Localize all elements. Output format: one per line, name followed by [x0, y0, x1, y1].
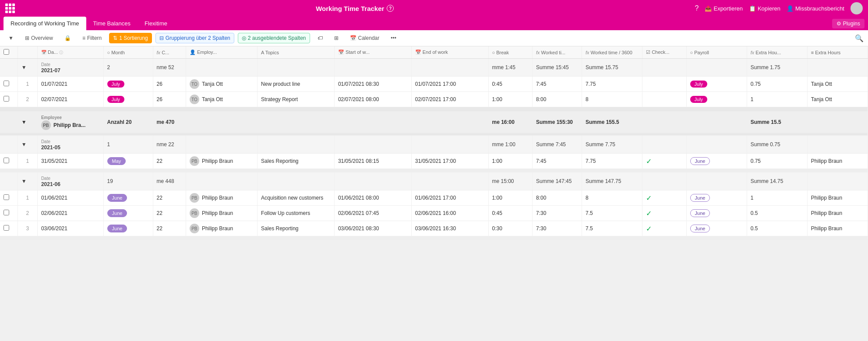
col-header-end[interactable]: 📅 End of work	[411, 46, 488, 59]
user-avatar[interactable]	[850, 2, 863, 14]
fx-icon: fx	[157, 50, 161, 55]
row-c-value: 22	[153, 190, 186, 206]
row-checkbox[interactable]	[4, 158, 9, 163]
group-collapse[interactable]: ▼	[18, 136, 37, 154]
tab-flexitime[interactable]: Flexitime	[138, 17, 174, 30]
group-icon: ⊟	[159, 35, 164, 41]
col-header-employee[interactable]: 👤 Employ...	[186, 46, 257, 59]
col-header-worked[interactable]: fx Worked ti...	[532, 46, 582, 59]
row-break: 1:00	[488, 92, 532, 107]
row-extra1: 1	[747, 190, 807, 206]
lock-button[interactable]: 🔒	[60, 33, 75, 43]
fx-icon: fx	[751, 50, 755, 55]
filter-button[interactable]: ≡ Filtern	[78, 33, 106, 43]
row-checkbox[interactable]	[4, 194, 9, 200]
collapse-arrow-icon[interactable]: ▼	[21, 119, 27, 125]
group-button[interactable]: ⊟ Gruppierung über 2 Spalten	[155, 33, 234, 43]
row-checkbox-cell[interactable]	[0, 92, 18, 107]
info-icon: ⓘ	[59, 50, 63, 55]
row-payroll-badge: June	[686, 190, 747, 206]
row-c-value: 22	[153, 206, 186, 221]
row-checkbox-cell[interactable]	[0, 221, 18, 236]
grid-menu-icon[interactable]	[5, 4, 15, 13]
report-button[interactable]: 👤 Missbrauchsbericht	[787, 5, 844, 12]
col-header-break[interactable]: ○ Break	[488, 46, 532, 59]
row-date: 02/07/2021	[37, 92, 103, 107]
row-checkbox-cell[interactable]	[0, 77, 18, 92]
group-value: 2021-07	[41, 67, 60, 74]
group-empty6	[686, 59, 747, 77]
collapse-arrow-icon[interactable]: ▼	[21, 64, 27, 70]
row-start: 01/06/2021 08:00	[334, 190, 411, 206]
employee-group-header: ▼ Employee PB Philipp Bra... Anzahl 20 m…	[0, 112, 868, 133]
date-group-header: ▼ Date 2021-07 2 nme 52 mme 1:45 Summe 1…	[0, 59, 868, 77]
grid-view-button[interactable]: ⊞	[330, 33, 342, 43]
check-mark: ✓	[646, 225, 652, 232]
row-break: 1:00	[488, 190, 532, 206]
collapse-all-button[interactable]: ▼	[4, 33, 18, 43]
row-worked3600: 7.75	[582, 154, 642, 169]
col-header-topics[interactable]: A Topics	[258, 46, 335, 59]
collapse-arrow-icon[interactable]: ▼	[21, 141, 27, 148]
row-checkbox[interactable]	[4, 210, 9, 215]
employee-name: Philipp Braun	[202, 210, 233, 216]
row-extra2: Philipp Braun	[807, 206, 868, 221]
row-checkbox-cell[interactable]	[0, 154, 18, 169]
row-checkbox-cell[interactable]	[0, 190, 18, 206]
search-button[interactable]: 🔍	[855, 34, 864, 42]
help-icon[interactable]: ?	[387, 5, 394, 12]
tag-button[interactable]: 🏷	[314, 33, 327, 43]
top-bar: Working Time Tracker ? ? 📤 Exportieren 📋…	[0, 0, 868, 17]
col-header-check2[interactable]: ☑ Check...	[642, 46, 686, 59]
col-header-start[interactable]: 📅 Start of w...	[334, 46, 411, 59]
row-worked: 8:00	[532, 190, 582, 206]
copy-button[interactable]: 📋 Kopieren	[749, 5, 780, 12]
col-header-c[interactable]: fx C...	[153, 46, 186, 59]
group-collapse[interactable]: ▼	[18, 172, 37, 190]
tab-recording[interactable]: Recording of Working Time	[4, 17, 86, 30]
row-employee: PB Philipp Braun	[186, 206, 257, 221]
question-icon[interactable]: ?	[695, 4, 699, 12]
hidden-columns-button[interactable]: ◎ 2 ausgeblendete Spalten	[238, 33, 310, 43]
emp-group-collapse[interactable]: ▼	[18, 112, 37, 133]
col-header-worked3600[interactable]: fx Worked time / 3600	[582, 46, 642, 59]
row-extra2: Tanja Ott	[807, 77, 868, 92]
app-title: Working Time Tracker	[316, 5, 384, 12]
row-end: 31/05/2021 17:00	[411, 154, 488, 169]
overview-button[interactable]: ⊞ Overview	[21, 33, 57, 43]
more-button[interactable]: •••	[387, 33, 400, 43]
table-row: 3 03/06/2021 June 22 PB Philipp Braun Sa…	[0, 221, 868, 236]
row-extra1: 0.5	[747, 206, 807, 221]
col-header-check[interactable]	[0, 46, 18, 59]
employee-avatar: PB	[190, 208, 199, 218]
row-checkbox[interactable]	[4, 81, 9, 86]
group-type-label: Date	[41, 176, 50, 181]
row-check	[642, 77, 686, 92]
row-worked3600: 7.75	[582, 77, 642, 92]
group-type-label: Date	[41, 62, 50, 67]
calendar-button[interactable]: 📅 Calendar	[346, 33, 384, 43]
col-header-month[interactable]: ○ Month	[103, 46, 153, 59]
plugins-button[interactable]: ⚙ Plugins	[832, 19, 864, 28]
sort-button[interactable]: ⇅ 1 Sortierung	[109, 33, 152, 43]
group-empty4	[411, 59, 488, 77]
row-month-badge: June	[103, 190, 153, 206]
tab-time-balances[interactable]: Time Balances	[86, 17, 138, 30]
fx-icon: fx	[586, 50, 589, 55]
collapse-arrow-icon[interactable]: ▼	[21, 178, 27, 184]
row-checkbox[interactable]	[4, 96, 9, 102]
export-button[interactable]: 📤 Exportieren	[705, 5, 742, 12]
employee-name: Tanja Ott	[202, 81, 223, 87]
row-checkbox-cell[interactable]	[0, 206, 18, 221]
col-header-extra1[interactable]: fx Extra Hou...	[747, 46, 807, 59]
col-header-payroll[interactable]: ○ Payroll	[686, 46, 747, 59]
select-all-checkbox[interactable]	[4, 49, 9, 55]
row-checkbox[interactable]	[4, 225, 9, 231]
col-header-extra2[interactable]: ≡ Extra Hours	[807, 46, 868, 59]
group-collapse[interactable]: ▼	[18, 59, 37, 77]
col-header-date[interactable]: 📅 Da... ⓘ	[37, 46, 103, 59]
table-row: 1 01/07/2021 July 26 TO Tanja Ott New pr…	[0, 77, 868, 92]
emp-group-empty3	[334, 112, 411, 133]
row-payroll-badge: June	[686, 154, 747, 169]
row-extra1: 0.75	[747, 154, 807, 169]
